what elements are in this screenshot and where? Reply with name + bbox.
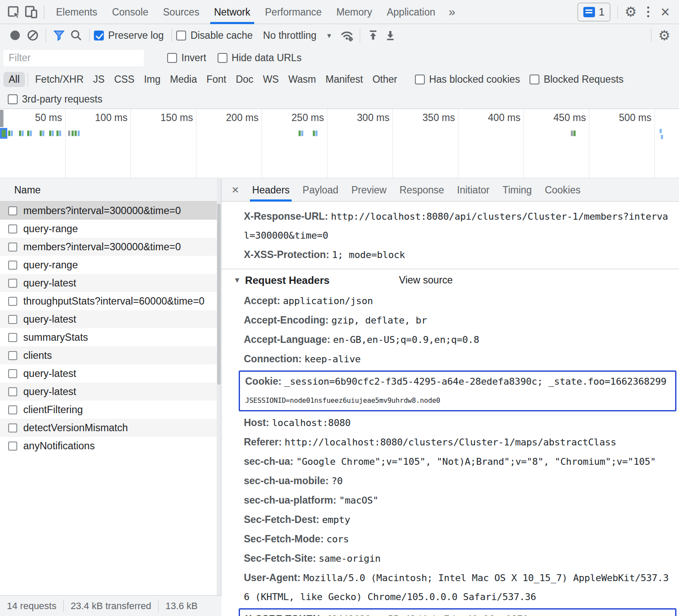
detail-tab-preview[interactable]: Preview [345, 179, 393, 202]
request-row[interactable]: anyNotifications [0, 437, 221, 455]
request-row-checkbox[interactable] [8, 315, 17, 324]
type-filter-manifest[interactable]: Manifest [321, 74, 368, 85]
request-name: clients [23, 350, 52, 361]
divider [44, 5, 44, 19]
request-row[interactable]: query-latest [0, 310, 221, 328]
kebab-menu-icon[interactable] [639, 3, 657, 21]
network-settings-gear-icon[interactable]: ⚙ [656, 27, 673, 44]
throttling-select[interactable]: No throttling [263, 30, 317, 41]
request-row-checkbox[interactable] [8, 387, 17, 396]
hide-data-urls-checkbox[interactable] [218, 53, 227, 63]
detail-tab-headers[interactable]: Headers [246, 179, 296, 202]
header-value-continued: JSESSIONID=node01nsfueez6uiujeae5mv9uhrd… [240, 391, 675, 410]
issues-badge[interactable]: 1 [577, 3, 610, 22]
type-filter-fetchxhr[interactable]: Fetch/XHR [31, 74, 88, 85]
request-row-checkbox[interactable] [8, 279, 17, 288]
filter-funnel-icon[interactable] [50, 27, 68, 44]
request-row[interactable]: clientFiltering [0, 401, 221, 419]
import-har-icon[interactable] [364, 27, 382, 44]
invert-checkbox[interactable] [167, 53, 177, 63]
section-title[interactable]: Request Headers [245, 274, 330, 286]
close-detail-icon[interactable]: × [224, 184, 246, 196]
request-row-checkbox[interactable] [8, 442, 17, 451]
view-source-link[interactable]: View source [399, 274, 453, 286]
close-devtools-icon[interactable]: × [657, 3, 674, 21]
request-row-checkbox[interactable] [8, 297, 17, 306]
tab-performance[interactable]: Performance [258, 0, 329, 24]
requests-count: 14 requests [0, 600, 63, 612]
request-row[interactable]: query-latest [0, 383, 221, 401]
tab-network[interactable]: Network [207, 0, 258, 24]
request-row-checkbox[interactable] [8, 351, 17, 360]
third-party-label: 3rd-party requests [22, 93, 103, 105]
request-row[interactable]: detectVersionMismatch [0, 419, 221, 437]
request-row-checkbox[interactable] [8, 224, 17, 233]
request-row-checkbox[interactable] [8, 206, 17, 215]
waterfall-mark [8, 131, 10, 136]
type-filter-img[interactable]: Img [139, 74, 165, 85]
inspect-element-icon[interactable] [5, 3, 22, 21]
network-conditions-icon[interactable] [338, 27, 355, 44]
request-row[interactable]: query-range [0, 256, 221, 274]
settings-gear-icon[interactable]: ⚙ [622, 3, 639, 21]
section-collapse-icon[interactable]: ▼ [234, 276, 241, 285]
disable-cache-checkbox[interactable] [176, 31, 186, 40]
waterfall-mark [56, 131, 59, 136]
name-column-label: Name [14, 184, 40, 196]
type-filter-js[interactable]: JS [88, 74, 109, 85]
request-row-checkbox[interactable] [8, 243, 17, 252]
list-scrollbar-thumb[interactable] [217, 204, 221, 385]
tab-application[interactable]: Application [380, 0, 443, 24]
name-column-header[interactable]: Name [0, 179, 221, 202]
network-overview-timeline[interactable]: 50 ms100 ms150 ms200 ms250 ms300 ms350 m… [0, 109, 679, 178]
request-row[interactable]: throughputStats?interval=60000&time=0 [0, 292, 221, 310]
third-party-checkbox[interactable] [8, 94, 18, 104]
request-row[interactable]: summaryStats [0, 328, 221, 346]
request-row[interactable]: query-latest [0, 274, 221, 292]
type-filter-doc[interactable]: Doc [231, 74, 258, 85]
request-row-checkbox[interactable] [8, 369, 17, 378]
blocked-requests-checkbox[interactable] [529, 75, 539, 84]
type-filter-css[interactable]: CSS [109, 74, 139, 85]
header-name: Sec-Fetch-Site: [244, 553, 319, 564]
detail-tab-timing[interactable]: Timing [496, 179, 538, 202]
more-tabs-chevron[interactable]: » [442, 5, 461, 19]
record-button[interactable] [10, 31, 20, 40]
request-row[interactable]: members?interval=300000&time=0 [0, 238, 221, 256]
type-filter-wasm[interactable]: Wasm [283, 74, 321, 85]
waterfall-mark [22, 131, 24, 136]
request-row[interactable]: clients [0, 346, 221, 364]
detail-tab-initiator[interactable]: Initiator [451, 179, 496, 202]
request-row-checkbox[interactable] [8, 405, 17, 414]
tab-sources[interactable]: Sources [156, 0, 206, 24]
request-row[interactable]: query-range [0, 220, 221, 238]
preserve-log-checkbox[interactable] [94, 31, 104, 40]
filter-input[interactable] [3, 50, 144, 66]
request-row-checkbox[interactable] [8, 423, 17, 432]
detail-tab-payload[interactable]: Payload [296, 179, 345, 202]
tab-console[interactable]: Console [105, 0, 156, 24]
request-row[interactable]: query-latest [0, 364, 221, 383]
detail-tab-cookies[interactable]: Cookies [538, 179, 587, 202]
clear-icon[interactable] [24, 27, 41, 44]
type-filter-other[interactable]: Other [368, 74, 402, 85]
tab-elements[interactable]: Elements [49, 0, 105, 24]
divider [46, 28, 46, 42]
throttling-caret-icon[interactable]: ▼ [326, 32, 333, 39]
header-row: Connection: keep-alive [221, 349, 679, 369]
export-har-icon[interactable] [382, 27, 399, 44]
type-filter-ws[interactable]: WS [258, 74, 283, 85]
waterfall-mark [27, 131, 29, 136]
request-row[interactable]: members?interval=300000&time=0 [0, 202, 221, 220]
has-blocked-cookies-checkbox[interactable] [415, 75, 425, 84]
detail-tab-response[interactable]: Response [393, 179, 451, 202]
type-filter-media[interactable]: Media [165, 74, 202, 85]
header-value: gzip, deflate, br [331, 315, 427, 326]
type-filter-font[interactable]: Font [202, 74, 231, 85]
request-row-checkbox[interactable] [8, 333, 17, 342]
device-toolbar-icon[interactable] [22, 3, 40, 21]
request-row-checkbox[interactable] [8, 261, 17, 270]
tab-memory[interactable]: Memory [329, 0, 380, 24]
search-icon[interactable] [68, 27, 85, 44]
type-filter-all[interactable]: All [3, 72, 25, 87]
